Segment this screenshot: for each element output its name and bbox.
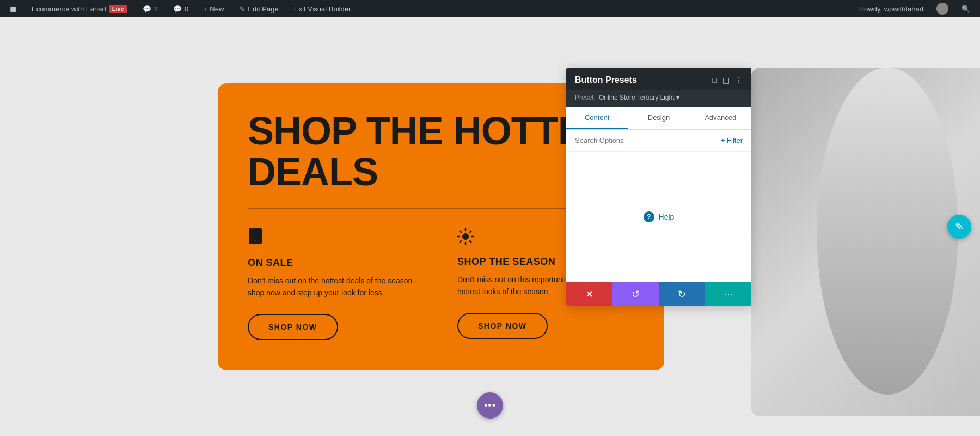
panel-header: Button Presets □ ◫ ⋮ bbox=[566, 68, 751, 90]
live-badge: Live bbox=[109, 5, 127, 13]
search-options-input[interactable] bbox=[575, 136, 716, 144]
comment-count-link[interactable]: 💬 0 bbox=[169, 0, 193, 17]
toolbar-undo-button[interactable]: ↺ bbox=[612, 282, 659, 306]
divi-fab: ✎ bbox=[947, 215, 971, 239]
divi-edit-icon: ✎ bbox=[955, 220, 964, 233]
tab-design[interactable]: Design bbox=[628, 107, 689, 129]
main-area: SHOP THE HOTTEST DEALS ON SALE Don't mis… bbox=[0, 17, 980, 436]
help-link[interactable]: ? Help bbox=[644, 211, 675, 222]
admin-bar: ■ Ecommerce with Fahad Live 💬 2 💬 0 + Ne… bbox=[0, 0, 980, 17]
greeting: Howdy, wpwithfahad bbox=[855, 5, 928, 13]
preset-label: Preset: bbox=[575, 94, 596, 101]
edit-icon: ✎ bbox=[239, 5, 245, 13]
more-icon[interactable]: ⋮ bbox=[735, 76, 743, 84]
tab-advanced[interactable]: Advanced bbox=[690, 107, 751, 129]
toolbar-redo-button[interactable]: ↻ bbox=[659, 282, 705, 306]
col-sale-title: ON SALE bbox=[248, 257, 425, 269]
new-button[interactable]: + New bbox=[199, 0, 228, 17]
floating-dots-button[interactable]: ••• bbox=[477, 392, 503, 419]
panel-title: Button Presets bbox=[575, 75, 637, 85]
comments-icon: 💬 bbox=[143, 5, 151, 13]
divi-fab-button[interactable]: ✎ bbox=[947, 215, 971, 239]
floating-dots-icon: ••• bbox=[484, 400, 496, 411]
comment-count-icon: 💬 bbox=[173, 5, 182, 13]
panel-search-row: + Filter bbox=[566, 130, 751, 152]
close-icon: ✕ bbox=[585, 288, 593, 300]
undo-icon: ↺ bbox=[632, 288, 640, 300]
search-icon: 🔍 bbox=[961, 5, 970, 13]
edit-page-button[interactable]: ✎ Edit Page bbox=[235, 0, 283, 17]
exit-visual-builder-button[interactable]: Exit Visual Builder bbox=[290, 0, 356, 17]
panel-header-icons: □ ◫ ⋮ bbox=[713, 76, 743, 84]
search-button[interactable]: 🔍 bbox=[957, 5, 975, 13]
resize-icon[interactable]: □ bbox=[713, 76, 717, 84]
comments-link[interactable]: 💬 2 bbox=[138, 0, 162, 17]
dots-icon: ⋯ bbox=[724, 288, 733, 300]
right-panel-image bbox=[751, 68, 980, 416]
help-icon: ? bbox=[644, 211, 654, 222]
panel-tabs: Content Design Advanced bbox=[566, 107, 751, 130]
panel-body: ? Help bbox=[566, 152, 751, 282]
col-sale-desc: Don't miss out on the hottest deals of t… bbox=[248, 275, 425, 299]
person-silhouette bbox=[806, 68, 969, 416]
preset-row: Preset: Online Store Tertiary Light ▾ bbox=[566, 90, 751, 107]
tab-content[interactable]: Content bbox=[566, 107, 628, 129]
banner-col-sale: ON SALE Don't miss out on the hottest de… bbox=[248, 228, 425, 340]
svg-line-8 bbox=[460, 231, 462, 233]
panel-toolbar: ✕ ↺ ↻ ⋯ bbox=[566, 282, 751, 306]
right-panel bbox=[751, 68, 980, 416]
redo-icon: ↻ bbox=[678, 288, 686, 300]
toolbar-dots-button[interactable]: ⋯ bbox=[705, 282, 751, 306]
preset-value[interactable]: Online Store Tertiary Light ▾ bbox=[599, 94, 679, 101]
svg-line-11 bbox=[460, 240, 462, 243]
shop-now-button-2[interactable]: SHOP NOW bbox=[457, 313, 548, 339]
shop-now-button-1[interactable]: SHOP NOW bbox=[248, 314, 338, 340]
wp-logo-icon[interactable]: ■ bbox=[5, 3, 21, 15]
site-name[interactable]: Ecommerce with Fahad Live bbox=[27, 0, 132, 17]
sale-icon bbox=[248, 228, 425, 250]
svg-point-3 bbox=[462, 233, 469, 240]
svg-line-10 bbox=[469, 231, 471, 233]
presets-panel: Button Presets □ ◫ ⋮ Preset: Online Stor… bbox=[566, 68, 751, 306]
svg-line-9 bbox=[469, 240, 471, 243]
toolbar-close-button[interactable]: ✕ bbox=[566, 282, 612, 306]
avatar[interactable] bbox=[932, 3, 953, 15]
filter-button[interactable]: + Filter bbox=[721, 136, 743, 144]
columns-icon[interactable]: ◫ bbox=[722, 76, 730, 84]
